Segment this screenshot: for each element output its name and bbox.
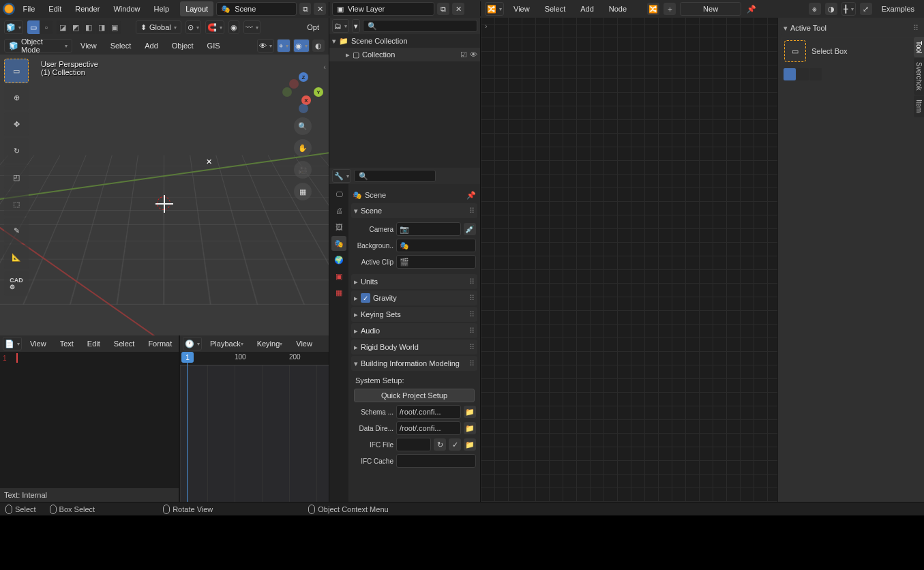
panel-gravity[interactable]: ▸✓Gravity⠿: [351, 290, 477, 305]
vp-menu-gis[interactable]: GIS: [202, 38, 226, 53]
outliner-scene-collection[interactable]: ▾📁 Scene Collection: [329, 34, 480, 48]
node-menu-add[interactable]: Add: [575, 1, 599, 16]
timeline-body[interactable]: 100 200 1: [180, 352, 329, 502]
tool-cursor[interactable]: ⊕: [4, 85, 29, 110]
camera-eyedrop[interactable]: 💉: [464, 223, 476, 235]
panel-rigid[interactable]: ▸Rigid Body World⠿: [351, 340, 477, 355]
workspace-tab-layout[interactable]: Layout: [180, 1, 213, 16]
tool-select-box[interactable]: ▭: [4, 59, 29, 83]
expand-icon[interactable]: ⤢: [860, 3, 872, 15]
node-editor[interactable]: ›: [481, 18, 777, 502]
select-mode-2[interactable]: ◩: [70, 20, 82, 34]
menu-edit[interactable]: Edit: [43, 1, 67, 16]
ortho-btn[interactable]: ▦: [294, 183, 312, 200]
ifc-reload[interactable]: ↻: [434, 438, 446, 451]
te-text[interactable]: Text: [55, 336, 79, 351]
text-editor-body[interactable]: 1: [0, 352, 179, 488]
node-menu-view[interactable]: View: [508, 1, 535, 16]
vp-menu-view[interactable]: View: [75, 38, 102, 53]
ifc-check[interactable]: ✓: [449, 438, 461, 451]
datadir-field[interactable]: /root/.confi...: [396, 421, 461, 435]
examples-menu[interactable]: Examples: [876, 1, 920, 16]
overlays-toggle[interactable]: ◉▾: [293, 39, 310, 52]
editor-type-node[interactable]: 🔀▾: [485, 2, 504, 16]
visibility-toggle[interactable]: 👁▾: [257, 39, 274, 52]
ifc-browse[interactable]: 📁: [464, 438, 476, 451]
overlay-icon[interactable]: ◑: [825, 3, 837, 15]
orientation-gizmo[interactable]: [282, 72, 323, 113]
panel-units[interactable]: ▸Units⠿: [351, 274, 477, 289]
te-view[interactable]: View: [25, 336, 52, 351]
outliner-search[interactable]: 🔍: [363, 20, 477, 32]
xray-toggle[interactable]: ◐: [312, 40, 325, 52]
node-new-btn[interactable]: New: [680, 2, 741, 16]
new-scene-btn[interactable]: ⧉: [299, 3, 312, 15]
panel-audio[interactable]: ▸Audio⠿: [351, 323, 477, 338]
menu-file[interactable]: File: [18, 1, 41, 16]
new-layer-btn[interactable]: ⧉: [437, 3, 449, 15]
viewlayer-selector[interactable]: ▣View Layer: [332, 2, 434, 16]
active-tool-panel[interactable]: ▾Active Tool⠿: [781, 20, 921, 35]
delete-scene-btn[interactable]: ✕: [314, 3, 326, 15]
snap-toggle[interactable]: 🧲▾: [205, 20, 224, 34]
select-mode-pills[interactable]: [784, 68, 919, 80]
delete-layer-btn[interactable]: ✕: [452, 3, 464, 15]
mode-dropdown[interactable]: 🧊Object Mode▾: [4, 39, 72, 52]
editor-type-text[interactable]: 📄▾: [3, 337, 22, 350]
ifccache-field[interactable]: [396, 454, 476, 468]
editor-type-outliner[interactable]: 🗂▾: [332, 19, 349, 33]
proportional-curve[interactable]: 〰▾: [243, 20, 260, 34]
schema-browse[interactable]: 📁: [464, 406, 476, 418]
proportional-toggle[interactable]: ◉: [228, 20, 239, 34]
ntab-tool[interactable]: Tool: [914, 37, 924, 57]
menu-window[interactable]: Window: [108, 1, 145, 16]
vp-menu-object[interactable]: Object: [166, 38, 199, 53]
node-pin-icon[interactable]: 🔀: [647, 3, 659, 15]
select-mode-3[interactable]: ◧: [83, 20, 95, 34]
snap-icon[interactable]: ⎈: [809, 3, 821, 15]
panel-keying[interactable]: ▸Keying Sets⠿: [351, 307, 477, 322]
quick-setup-btn[interactable]: Quick Project Setup: [354, 389, 475, 402]
select-box-icon[interactable]: ▭: [27, 20, 40, 34]
3d-viewport[interactable]: 🧊▾ ▭ ▫ ◪ ◩ ◧ ◨ ▣ ⬍Global▾ ⊙▾ 🧲▾: [0, 18, 329, 335]
snap-dropdown[interactable]: ╂▾: [841, 2, 856, 16]
tl-playback[interactable]: Playback ▾: [205, 336, 249, 351]
viewport-options[interactable]: Opt: [301, 20, 325, 35]
tab-world[interactable]: 🌍: [331, 252, 346, 267]
panel-bim[interactable]: ▾Building Information Modeling⠿: [351, 356, 477, 371]
node-menu-node[interactable]: Node: [603, 1, 632, 16]
playhead[interactable]: 1: [187, 352, 188, 502]
select-mode-4[interactable]: ◨: [95, 20, 108, 34]
ntab-sverchok[interactable]: Sverchok: [914, 58, 924, 95]
datadir-browse[interactable]: 📁: [464, 422, 476, 434]
tl-view[interactable]: View: [290, 336, 318, 351]
pivot-dropdown[interactable]: ⊙▾: [185, 20, 201, 34]
tool-measure[interactable]: 📐: [4, 245, 29, 269]
select-tool-pills[interactable]: ▭ ▫: [27, 20, 53, 34]
tab-collection[interactable]: ▣: [331, 269, 346, 284]
tool-move[interactable]: ✥: [4, 112, 29, 136]
tab-texture[interactable]: ▦: [331, 285, 346, 300]
tool-transform[interactable]: ⬚: [4, 192, 29, 216]
gravity-checkbox[interactable]: ✓: [361, 293, 370, 303]
tab-scene[interactable]: 🎭: [331, 236, 346, 251]
vp-menu-add[interactable]: Add: [139, 38, 164, 53]
vp-menu-select[interactable]: Select: [105, 38, 137, 53]
zoom-btn[interactable]: 🔍: [294, 117, 312, 135]
select-extend-icon[interactable]: ▫: [40, 20, 53, 34]
outliner-display[interactable]: ▾: [352, 19, 360, 33]
editor-type-properties[interactable]: 🔧▾: [332, 169, 351, 183]
properties-search[interactable]: 🔍: [354, 170, 436, 182]
editor-type-3d[interactable]: 🧊▾: [4, 20, 23, 34]
camera-btn[interactable]: 🎥: [294, 161, 312, 179]
select-mode-1[interactable]: ◪: [57, 20, 69, 34]
gizmo-toggle[interactable]: ⌖▾: [277, 39, 290, 52]
te-format[interactable]: Format: [143, 336, 177, 351]
collapse-chevron[interactable]: ‹: [323, 63, 326, 71]
orientation-dropdown[interactable]: ⬍Global▾: [136, 20, 181, 34]
clip-field[interactable]: 🎬: [396, 255, 476, 269]
ntab-item[interactable]: Item: [914, 95, 924, 117]
tl-keying[interactable]: Keying ▾: [252, 336, 288, 351]
tab-render[interactable]: 🖵: [331, 187, 346, 202]
exclude-icon[interactable]: ☑: [460, 50, 467, 59]
